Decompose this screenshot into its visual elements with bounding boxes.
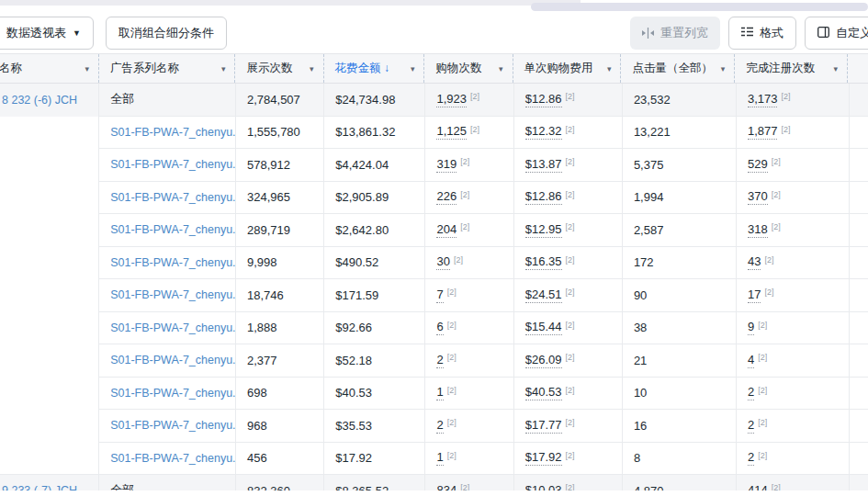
metric-value[interactable]: 2 — [748, 418, 754, 434]
footnote-marker: [2] — [772, 483, 781, 490]
metric-value[interactable]: 204 — [436, 222, 457, 238]
cell-spend: $2,642.80 — [323, 214, 424, 247]
chevron-down-icon[interactable]: ▾ — [403, 64, 415, 73]
metric-value[interactable]: 2 — [748, 450, 754, 466]
campaign-name-link[interactable]: S01-FB-PWA-7_chenyu... — [110, 452, 235, 465]
cell-purchases: 6[2] — [424, 312, 513, 345]
footnote-marker: [2] — [758, 353, 767, 362]
metric-value[interactable]: 43 — [748, 254, 761, 270]
campaign-name-link[interactable]: S01-FB-PWA-7_chenyu... — [110, 158, 235, 171]
customize-button[interactable]: 自定义 — [805, 17, 868, 50]
metric-value[interactable]: $13.87 — [525, 157, 562, 173]
footnote-marker: [2] — [447, 353, 457, 362]
column-header-registrations[interactable]: 完成注册次数▾ — [734, 54, 847, 83]
campaign-name-link[interactable]: S01-FB-PWA-7_chenyu... — [110, 419, 235, 432]
campaign-name-link[interactable]: S01-FB-PWA-7_chenyu... — [110, 256, 235, 269]
metric-value[interactable]: 6 — [436, 320, 443, 335]
metric-value[interactable]: 2 — [436, 418, 443, 434]
format-button[interactable]: 格式 — [728, 17, 796, 50]
footnote-marker: [2] — [758, 321, 767, 330]
metric-value[interactable]: 529 — [748, 157, 768, 173]
metric-value[interactable]: 318 — [748, 222, 768, 238]
top-strip — [0, 0, 581, 6]
column-header-spend[interactable]: 花费金额 ↓▾ — [323, 54, 424, 83]
cell-spend: $4,424.04 — [323, 149, 424, 182]
cell-spend: $92.66 — [323, 312, 424, 345]
chevron-down-icon[interactable]: ▾ — [491, 64, 503, 73]
cell-purchases: 1,125[2] — [424, 117, 513, 150]
chevron-down-icon[interactable]: ▾ — [214, 64, 226, 73]
campaign-name-link[interactable]: S01-FB-PWA-7_chenyu... — [110, 288, 235, 301]
column-header-cost-per-purchase[interactable]: 单次购物费用▾ — [513, 54, 621, 83]
metric-value[interactable]: 1,125 — [436, 124, 467, 140]
column-header-impressions[interactable]: 展示次数▾ — [234, 54, 322, 83]
cell-campaign-name: S01-FB-PWA-7_chenyu... — [98, 344, 235, 378]
account-name-link[interactable]: 9 233 (-7) JCH — [2, 484, 77, 490]
pivot-table: 名称▾广告系列名称▾展示次数▾花费金额 ↓▾购物次数▾单次购物费用▾点击量（全部… — [0, 53, 868, 490]
cell-spend: $13,861.32 — [323, 117, 424, 150]
metric-value[interactable]: $40.53 — [525, 385, 562, 400]
campaign-name-link[interactable]: S01-FB-PWA-7_chenyu... — [110, 354, 235, 366]
metric-value[interactable]: 30 — [436, 254, 449, 270]
cell-impressions: 456 — [235, 443, 323, 476]
campaign-name-link[interactable]: S01-FB-PWA-7_chenyu... — [110, 387, 235, 400]
metric-value[interactable]: 319 — [436, 157, 457, 173]
metric-value[interactable]: $24.51 — [525, 287, 562, 303]
footnote-marker: [2] — [764, 255, 773, 265]
table-header-row: 名称▾广告系列名称▾展示次数▾花费金额 ↓▾购物次数▾单次购物费用▾点击量（全部… — [0, 54, 868, 84]
cell-purchases: 1,923[2] — [424, 84, 513, 117]
metric-value[interactable]: $15.44 — [525, 320, 562, 335]
cell-campaign-name: 全部 — [98, 475, 235, 490]
metric-value[interactable]: 2 — [436, 353, 443, 368]
metric-value[interactable]: $12.32 — [525, 124, 562, 140]
metric-value[interactable]: $26.09 — [525, 353, 562, 368]
metric-value[interactable]: 7 — [436, 287, 443, 303]
chevron-down-icon[interactable]: ▾ — [302, 64, 314, 73]
metric-value[interactable]: $16.35 — [525, 254, 562, 270]
cell-clicks: 38 — [622, 312, 736, 345]
metric-value[interactable]: 1,923 — [436, 92, 467, 107]
metric-value[interactable]: $12.86 — [525, 92, 562, 107]
footnote-marker: [2] — [470, 92, 479, 101]
campaign-name-link[interactable]: S01-FB-PWA-7_chenyu... — [110, 321, 235, 334]
cell-impressions: 324,965 — [235, 182, 323, 215]
column-header-name[interactable]: 名称▾ — [0, 54, 98, 83]
reset-column-width-button[interactable]: 重置列宽 — [630, 17, 720, 50]
metric-value[interactable]: $12.86 — [525, 189, 562, 205]
campaign-all-label: 全部 — [110, 482, 134, 490]
cell-clicks: 10 — [622, 378, 736, 411]
metric-value[interactable]: 3,173 — [748, 92, 778, 107]
campaign-name-link[interactable]: S01-FB-PWA-7_chenyu... — [110, 126, 235, 139]
metric-value[interactable]: 2 — [748, 385, 754, 400]
column-header-clicks[interactable]: 点击量（全部）▾ — [620, 54, 734, 83]
campaign-name-link[interactable]: S01-FB-PWA-7_chenyu... — [110, 191, 235, 204]
metric-value[interactable]: 1 — [436, 385, 443, 400]
table-row: S01-FB-PWA-7_chenyu...324,965$2,905.8922… — [0, 182, 868, 215]
cell-empty — [849, 247, 868, 280]
metric-value[interactable]: 226 — [436, 189, 457, 205]
metric-value[interactable]: 17 — [748, 287, 761, 303]
metric-value[interactable]: 9 — [748, 320, 754, 335]
chevron-down-icon[interactable]: ▾ — [600, 64, 612, 73]
metric-value[interactable]: 4 — [748, 353, 754, 368]
metric-value[interactable]: 1 — [436, 450, 443, 466]
ungroup-breakdown-button[interactable]: 取消组合细分条件 — [106, 17, 227, 50]
campaign-name-link[interactable]: S01-FB-PWA-7_chenyu... — [110, 223, 235, 236]
metric-value[interactable]: 1,877 — [748, 124, 778, 140]
pivot-table-dropdown[interactable]: 数据透视表 ▼ — [0, 17, 94, 50]
horizontal-scrollbar-thumb[interactable] — [531, 3, 868, 11]
metric-value[interactable]: $12.95 — [525, 222, 562, 238]
chevron-down-icon[interactable]: ▾ — [714, 64, 726, 73]
metric-value[interactable]: 834 — [436, 483, 457, 490]
metric-value[interactable]: 370 — [748, 189, 768, 205]
metric-value[interactable]: $17.92 — [525, 450, 562, 466]
metric-value[interactable]: 414 — [748, 483, 768, 490]
chevron-down-icon[interactable]: ▾ — [77, 64, 89, 73]
metric-value[interactable]: $17.77 — [525, 418, 562, 434]
account-name-link[interactable]: 8 232 (-6) JCH — [2, 94, 77, 107]
chevron-down-icon[interactable]: ▾ — [826, 64, 838, 73]
cell-cost-per-purchase: $17.92[2] — [513, 443, 622, 476]
metric-value[interactable]: $10.03 — [525, 483, 562, 490]
column-header-purchases[interactable]: 购物次数▾ — [423, 54, 512, 83]
column-header-campaign-name[interactable]: 广告系列名称▾ — [98, 54, 234, 83]
